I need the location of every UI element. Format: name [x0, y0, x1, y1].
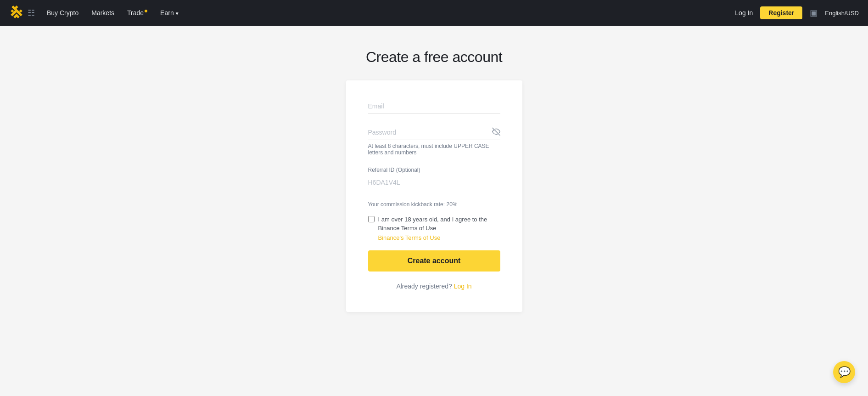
create-account-button[interactable]: Create account: [368, 250, 500, 272]
password-input[interactable]: [368, 125, 500, 140]
main-content: Create a free account At least 8 charact…: [0, 26, 868, 335]
login-link[interactable]: Log In: [735, 9, 753, 17]
register-form-card: At least 8 characters, must include UPPE…: [346, 80, 522, 312]
nav-trade[interactable]: Trade: [123, 9, 152, 17]
nav-earn[interactable]: Earn▼: [156, 9, 184, 17]
toggle-password-icon[interactable]: [492, 127, 500, 138]
nav-buy-crypto[interactable]: Buy Crypto: [42, 9, 83, 17]
referral-group: Referral ID (Optional) H6DA1V4L: [368, 167, 500, 190]
terms-row: I am over 18 years old, and I agree to t…: [368, 215, 500, 241]
earn-arrow-icon: ▼: [175, 11, 179, 16]
chat-button[interactable]: 💬: [833, 361, 855, 383]
password-hint: At least 8 characters, must include UPPE…: [368, 143, 500, 156]
page-title: Create a free account: [366, 49, 502, 66]
commission-text: Your commission kickback rate: 20%: [368, 201, 500, 208]
grid-icon[interactable]: ☷: [28, 8, 35, 18]
referral-value: H6DA1V4L: [368, 175, 500, 190]
chat-icon: 💬: [838, 366, 851, 378]
already-registered-text: Already registered? Log In: [368, 283, 500, 290]
nav-markets[interactable]: Markets: [87, 9, 119, 17]
password-wrapper: [368, 125, 500, 140]
binance-logo-icon: [9, 6, 24, 20]
terms-link[interactable]: Binance's Terms of Use: [378, 234, 500, 241]
referral-label: Referral ID (Optional): [368, 167, 500, 173]
nav-square-icon[interactable]: ▣: [810, 8, 818, 18]
register-button[interactable]: Register: [760, 6, 802, 19]
trade-dot: [145, 10, 147, 12]
password-group: At least 8 characters, must include UPPE…: [368, 125, 500, 156]
terms-checkbox[interactable]: [368, 216, 375, 222]
navbar-left: ☷ Buy Crypto Markets Trade Earn▼: [9, 6, 731, 20]
email-input[interactable]: [368, 99, 500, 114]
login-redirect-link[interactable]: Log In: [454, 283, 472, 290]
email-group: [368, 99, 500, 114]
terms-checkbox-label[interactable]: I am over 18 years old, and I agree to t…: [378, 216, 487, 232]
navbar-right: Log In Register ▣ English/USD: [735, 6, 859, 19]
language-selector[interactable]: English/USD: [825, 10, 859, 17]
terms-label-group: I am over 18 years old, and I agree to t…: [378, 215, 500, 241]
navbar: ☷ Buy Crypto Markets Trade Earn▼ Log In …: [0, 0, 868, 26]
binance-logo[interactable]: [9, 6, 24, 20]
